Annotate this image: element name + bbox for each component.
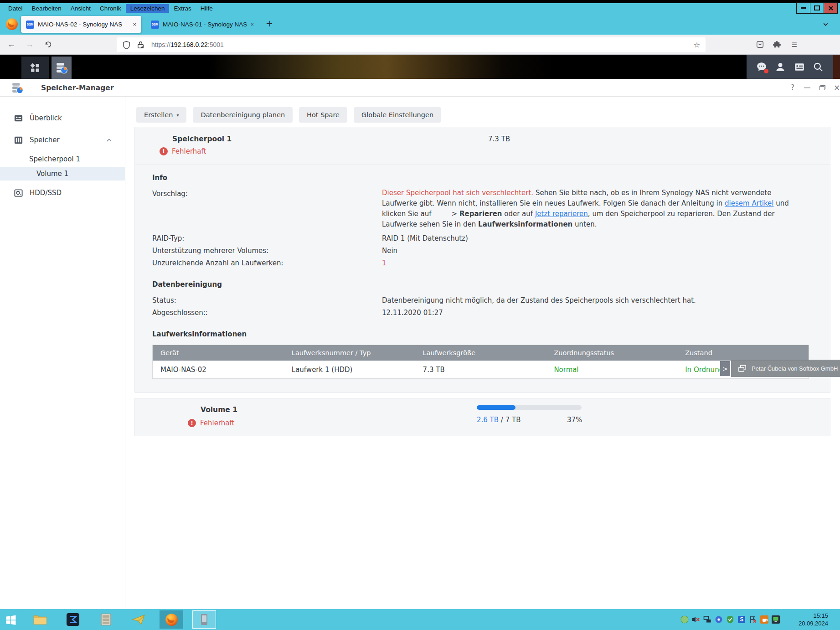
start-button[interactable] (5, 613, 17, 628)
row-value: 1 (382, 257, 809, 269)
pool-size: 7.3 TB (488, 135, 510, 143)
volume-muted-icon[interactable] (692, 615, 700, 624)
remote-display-icon[interactable] (772, 615, 780, 624)
extensions-puzzle-icon[interactable] (769, 35, 785, 54)
app-restore-button[interactable] (815, 79, 829, 96)
tab-close-icon[interactable]: × (129, 21, 136, 28)
sbx-tray-icon[interactable] (680, 615, 689, 624)
app-content: Erstellen ▾ Datenbereinigung planen Hot … (125, 97, 840, 609)
widgets-button[interactable] (794, 62, 805, 72)
menu-bearbeiten[interactable]: Bearbeiten (27, 4, 66, 13)
bookmark-star-icon[interactable]: ☆ (694, 41, 700, 49)
url-host: 192.168.0.22 (170, 41, 208, 48)
sidebar-item-volume-1[interactable]: Volume 1 (0, 167, 125, 181)
input-method-icon[interactable] (715, 615, 723, 624)
action-flag-icon[interactable] (749, 615, 757, 624)
restore-icon (819, 85, 825, 90)
volume-panel[interactable]: Volume 1 ! Fehlerhaft 2.6 TB / 7 TB 37% (134, 398, 830, 436)
menu-datei[interactable]: Datei (4, 4, 27, 13)
java-update-icon[interactable] (760, 615, 768, 624)
list-tabs-chevron-icon[interactable] (822, 21, 829, 28)
user-menu-button[interactable] (775, 62, 786, 72)
synology-assistant-icon[interactable] (737, 615, 746, 624)
notifications-button[interactable] (756, 62, 767, 72)
network-icon[interactable] (703, 615, 711, 624)
row-label: Unterstützung mehrerer Volumes: (152, 245, 382, 257)
app-minimize-button[interactable]: — (800, 79, 814, 96)
tab-maio-nas-02[interactable]: DSM MAIO-NAS-02 - Synology NAS × (21, 16, 141, 33)
pocket-icon[interactable] (752, 35, 768, 54)
drive-table-row[interactable]: MAIO-NAS-02 Laufwerk 1 (HDD) 7.3 TB Norm… (153, 361, 809, 378)
window-minimize-button[interactable] (796, 2, 810, 14)
notification-badge (764, 69, 768, 73)
suggestion-text: Dieser Speicherpool hat sich verschlecht… (382, 188, 808, 230)
sidebar-item-label: Volume 1 (36, 170, 68, 178)
taskbar-firefox[interactable] (160, 610, 183, 629)
taskbar-clock[interactable]: 15:15 20.09.2024 (799, 612, 828, 627)
restore-icon (814, 5, 820, 10)
taskbar-file-explorer[interactable] (28, 610, 52, 629)
drive-table-wrap: Gerät Laufwerksnummer / Typ Laufwerksgrö… (152, 345, 809, 379)
app-title: Speicher-Manager (41, 84, 114, 92)
usage-percent: 37% (567, 416, 582, 424)
forward-button[interactable]: → (22, 35, 37, 54)
storage-manager-icon (11, 82, 23, 94)
new-tab-button[interactable]: + (266, 18, 273, 28)
dsm-main-menu-button[interactable] (21, 57, 49, 79)
schedule-scrubbing-button[interactable]: Datenbereinigung planen (193, 107, 293, 123)
tracking-shield-icon[interactable] (122, 41, 131, 49)
chevron-up-icon[interactable] (106, 138, 112, 142)
wallpaper-sliver (833, 55, 840, 79)
minimize-icon (801, 7, 806, 9)
menu-ansicht[interactable]: Ansicht (66, 4, 95, 13)
reload-button[interactable] (40, 35, 56, 54)
lock-warning-icon[interactable] (136, 41, 145, 49)
app-help-button[interactable]: ? (786, 79, 799, 96)
url-bar[interactable]: https://192.168.0.22:5001 ☆ (117, 37, 706, 52)
user-icon (775, 62, 786, 72)
sidebar-item-hdd-ssd[interactable]: HDD/SSD (0, 186, 125, 200)
hot-spare-button[interactable]: Hot Spare (299, 107, 347, 123)
create-button[interactable]: Erstellen ▾ (136, 107, 186, 123)
menu-extras[interactable]: Extras (169, 4, 196, 13)
pool-status-label: Fehlerhaft (172, 147, 206, 155)
app-titlebar[interactable]: Speicher-Manager ? — × (0, 79, 840, 97)
suggestion-row: Vorschlag: Dieser Speicherpool hat sich … (152, 188, 809, 230)
taskbar-send-app[interactable] (127, 610, 150, 629)
sidebar-item-speicherpool-1[interactable]: Speicherpool 1 (0, 152, 125, 166)
menu-lesezeichen[interactable]: Lesezeichen (126, 4, 170, 13)
tab-maio-nas-01[interactable]: DSM MAIO-NAS-01 - Synology NAS × (146, 16, 259, 33)
hdd-icon (14, 188, 23, 198)
article-link[interactable]: diesem Artikel (725, 199, 773, 207)
back-button[interactable]: ← (4, 35, 19, 54)
menu-chronik[interactable]: Chronik (95, 4, 126, 13)
row-detail-chevron-button[interactable]: > (720, 361, 730, 376)
dark-app-icon (67, 613, 79, 626)
taskbar-dark-app[interactable] (61, 610, 85, 629)
search-button[interactable] (813, 62, 824, 72)
browser-navbar: ← → https://192.168.0.22:5001 ☆ (0, 35, 840, 55)
puzzle-glyph (773, 40, 782, 49)
global-settings-button[interactable]: Globale Einstellungen (354, 107, 441, 123)
sidebar-item-speicher[interactable]: Speicher (0, 133, 125, 147)
tab-title: MAIO-NAS-01 - Synology NAS (163, 21, 247, 28)
app-close-button[interactable]: × (830, 79, 840, 96)
taskbar-file-cabinet[interactable] (94, 610, 118, 629)
menu-hilfe[interactable]: Hilfe (196, 4, 217, 13)
taskbar-remote-device[interactable] (192, 610, 216, 629)
app-menu-icon[interactable]: ≡ (787, 35, 802, 54)
row-value: 12.11.2020 01:27 (382, 307, 809, 319)
taskbar: 15:15 20.09.2024 (0, 609, 840, 630)
window-close-button[interactable] (824, 2, 838, 14)
tab-close-icon[interactable]: × (247, 21, 254, 28)
windows-logo-icon (5, 613, 17, 626)
dsm-favicon: DSM (151, 21, 159, 29)
window-restore-button[interactable] (810, 2, 824, 14)
repair-now-link[interactable]: Jetzt reparieren (535, 210, 588, 218)
security-shield-icon[interactable] (726, 615, 734, 624)
sidebar-item-ueberblick[interactable]: Überblick (0, 111, 125, 125)
multi-volume-row: Unterstützung mehrerer Volumes: Nein (152, 245, 809, 257)
col-zuordnungsstatus: Zuordnungsstatus (546, 349, 677, 356)
suggestion-alert: Dieser Speicherpool hat sich verschlecht… (382, 189, 533, 197)
dsm-storage-manager-task-button[interactable] (52, 57, 72, 79)
